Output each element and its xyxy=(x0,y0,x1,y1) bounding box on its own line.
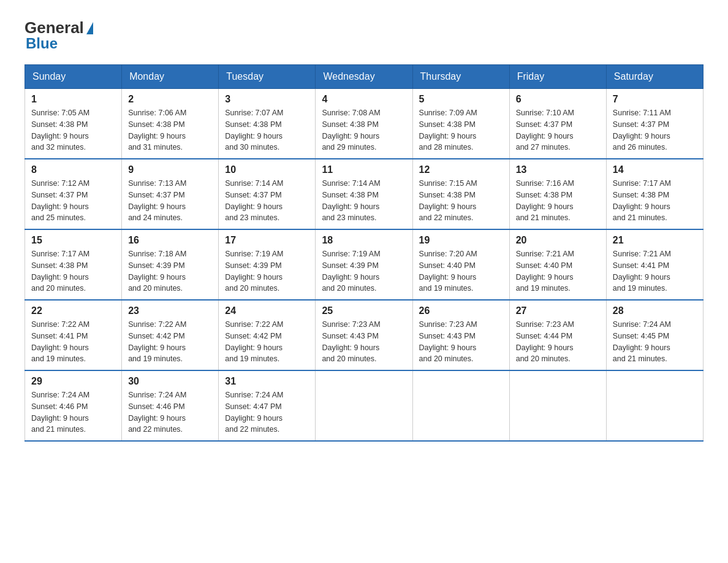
day-info: Sunrise: 7:19 AMSunset: 4:39 PMDaylight:… xyxy=(225,248,309,294)
day-info: Sunrise: 7:22 AMSunset: 4:41 PMDaylight:… xyxy=(31,319,115,365)
calendar-cell: 28Sunrise: 7:24 AMSunset: 4:45 PMDayligh… xyxy=(606,300,703,370)
calendar-cell: 21Sunrise: 7:21 AMSunset: 4:41 PMDayligh… xyxy=(606,229,703,300)
day-number: 23 xyxy=(128,305,212,316)
calendar-cell: 7Sunrise: 7:11 AMSunset: 4:37 PMDaylight… xyxy=(606,89,703,159)
calendar-cell: 1Sunrise: 7:05 AMSunset: 4:38 PMDaylight… xyxy=(25,89,122,159)
day-number: 22 xyxy=(31,305,115,316)
day-of-week-header: Tuesday xyxy=(219,65,316,89)
calendar-cell xyxy=(316,370,412,441)
day-number: 15 xyxy=(31,235,115,246)
calendar-cell: 5Sunrise: 7:09 AMSunset: 4:38 PMDaylight… xyxy=(412,89,509,159)
calendar-cell xyxy=(412,370,509,441)
page-header: General Blue xyxy=(25,18,703,52)
day-info: Sunrise: 7:13 AMSunset: 4:37 PMDaylight:… xyxy=(128,178,212,224)
day-number: 5 xyxy=(419,94,503,105)
calendar-cell: 30Sunrise: 7:24 AMSunset: 4:46 PMDayligh… xyxy=(122,370,219,441)
calendar-week-row: 15Sunrise: 7:17 AMSunset: 4:38 PMDayligh… xyxy=(25,229,703,300)
day-info: Sunrise: 7:09 AMSunset: 4:38 PMDaylight:… xyxy=(419,107,503,153)
calendar-week-row: 8Sunrise: 7:12 AMSunset: 4:37 PMDaylight… xyxy=(25,159,703,229)
day-number: 14 xyxy=(613,164,697,175)
calendar-cell: 22Sunrise: 7:22 AMSunset: 4:41 PMDayligh… xyxy=(25,300,122,370)
day-number: 1 xyxy=(31,94,115,105)
day-info: Sunrise: 7:24 AMSunset: 4:46 PMDaylight:… xyxy=(31,389,115,435)
calendar-cell: 14Sunrise: 7:17 AMSunset: 4:38 PMDayligh… xyxy=(606,159,703,229)
day-number: 17 xyxy=(225,235,309,246)
calendar-cell: 19Sunrise: 7:20 AMSunset: 4:40 PMDayligh… xyxy=(412,229,509,300)
calendar-cell: 10Sunrise: 7:14 AMSunset: 4:37 PMDayligh… xyxy=(219,159,316,229)
day-info: Sunrise: 7:23 AMSunset: 4:44 PMDaylight:… xyxy=(516,319,600,365)
day-number: 26 xyxy=(419,305,503,316)
day-info: Sunrise: 7:23 AMSunset: 4:43 PMDaylight:… xyxy=(322,319,406,365)
calendar-week-row: 1Sunrise: 7:05 AMSunset: 4:38 PMDaylight… xyxy=(25,89,703,159)
day-number: 6 xyxy=(516,94,600,105)
calendar-cell xyxy=(606,370,703,441)
day-number: 8 xyxy=(31,164,115,175)
logo: General Blue xyxy=(25,18,93,52)
calendar-cell: 13Sunrise: 7:16 AMSunset: 4:38 PMDayligh… xyxy=(509,159,606,229)
day-number: 28 xyxy=(613,305,697,316)
calendar-cell: 18Sunrise: 7:19 AMSunset: 4:39 PMDayligh… xyxy=(316,229,412,300)
day-info: Sunrise: 7:16 AMSunset: 4:38 PMDaylight:… xyxy=(516,178,600,224)
day-number: 10 xyxy=(225,164,309,175)
day-of-week-header: Sunday xyxy=(25,65,122,89)
day-info: Sunrise: 7:19 AMSunset: 4:39 PMDaylight:… xyxy=(322,248,406,294)
day-number: 12 xyxy=(419,164,503,175)
day-info: Sunrise: 7:17 AMSunset: 4:38 PMDaylight:… xyxy=(31,248,115,294)
day-info: Sunrise: 7:21 AMSunset: 4:40 PMDaylight:… xyxy=(516,248,600,294)
calendar-cell: 16Sunrise: 7:18 AMSunset: 4:39 PMDayligh… xyxy=(122,229,219,300)
day-of-week-header: Friday xyxy=(509,65,606,89)
day-info: Sunrise: 7:15 AMSunset: 4:38 PMDaylight:… xyxy=(419,178,503,224)
day-of-week-header: Monday xyxy=(122,65,219,89)
day-number: 3 xyxy=(225,94,309,105)
calendar-cell: 3Sunrise: 7:07 AMSunset: 4:38 PMDaylight… xyxy=(219,89,316,159)
calendar-cell: 26Sunrise: 7:23 AMSunset: 4:43 PMDayligh… xyxy=(412,300,509,370)
calendar-cell: 4Sunrise: 7:08 AMSunset: 4:38 PMDaylight… xyxy=(316,89,412,159)
calendar-cell: 17Sunrise: 7:19 AMSunset: 4:39 PMDayligh… xyxy=(219,229,316,300)
day-info: Sunrise: 7:20 AMSunset: 4:40 PMDaylight:… xyxy=(419,248,503,294)
calendar-cell: 29Sunrise: 7:24 AMSunset: 4:46 PMDayligh… xyxy=(25,370,122,441)
day-info: Sunrise: 7:23 AMSunset: 4:43 PMDaylight:… xyxy=(419,319,503,365)
calendar-cell: 6Sunrise: 7:10 AMSunset: 4:37 PMDaylight… xyxy=(509,89,606,159)
calendar-cell: 23Sunrise: 7:22 AMSunset: 4:42 PMDayligh… xyxy=(122,300,219,370)
day-info: Sunrise: 7:10 AMSunset: 4:37 PMDaylight:… xyxy=(516,107,600,153)
day-number: 13 xyxy=(516,164,600,175)
day-number: 24 xyxy=(225,305,309,316)
calendar-cell: 24Sunrise: 7:22 AMSunset: 4:42 PMDayligh… xyxy=(219,300,316,370)
calendar-cell: 9Sunrise: 7:13 AMSunset: 4:37 PMDaylight… xyxy=(122,159,219,229)
days-of-week-row: SundayMondayTuesdayWednesdayThursdayFrid… xyxy=(25,65,703,89)
day-info: Sunrise: 7:11 AMSunset: 4:37 PMDaylight:… xyxy=(613,107,697,153)
calendar-cell: 20Sunrise: 7:21 AMSunset: 4:40 PMDayligh… xyxy=(509,229,606,300)
calendar-body: 1Sunrise: 7:05 AMSunset: 4:38 PMDaylight… xyxy=(25,89,703,442)
day-number: 2 xyxy=(128,94,212,105)
calendar-header: SundayMondayTuesdayWednesdayThursdayFrid… xyxy=(25,65,703,89)
day-info: Sunrise: 7:07 AMSunset: 4:38 PMDaylight:… xyxy=(225,107,309,153)
logo-triangle-icon xyxy=(86,22,93,34)
day-of-week-header: Wednesday xyxy=(316,65,412,89)
day-number: 31 xyxy=(225,376,309,387)
calendar-cell: 11Sunrise: 7:14 AMSunset: 4:38 PMDayligh… xyxy=(316,159,412,229)
day-number: 25 xyxy=(322,305,406,316)
day-number: 29 xyxy=(31,376,115,387)
day-info: Sunrise: 7:18 AMSunset: 4:39 PMDaylight:… xyxy=(128,248,212,294)
day-of-week-header: Thursday xyxy=(412,65,509,89)
calendar-cell: 8Sunrise: 7:12 AMSunset: 4:37 PMDaylight… xyxy=(25,159,122,229)
calendar-cell: 12Sunrise: 7:15 AMSunset: 4:38 PMDayligh… xyxy=(412,159,509,229)
day-info: Sunrise: 7:12 AMSunset: 4:37 PMDaylight:… xyxy=(31,178,115,224)
day-info: Sunrise: 7:24 AMSunset: 4:45 PMDaylight:… xyxy=(613,319,697,365)
day-number: 7 xyxy=(613,94,697,105)
day-info: Sunrise: 7:14 AMSunset: 4:37 PMDaylight:… xyxy=(225,178,309,224)
logo-blue-text: Blue xyxy=(26,35,58,52)
day-number: 11 xyxy=(322,164,406,175)
calendar-cell: 31Sunrise: 7:24 AMSunset: 4:47 PMDayligh… xyxy=(219,370,316,441)
day-number: 16 xyxy=(128,235,212,246)
day-info: Sunrise: 7:06 AMSunset: 4:38 PMDaylight:… xyxy=(128,107,212,153)
day-info: Sunrise: 7:22 AMSunset: 4:42 PMDaylight:… xyxy=(225,319,309,365)
day-number: 9 xyxy=(128,164,212,175)
day-info: Sunrise: 7:08 AMSunset: 4:38 PMDaylight:… xyxy=(322,107,406,153)
day-info: Sunrise: 7:14 AMSunset: 4:38 PMDaylight:… xyxy=(322,178,406,224)
calendar-week-row: 29Sunrise: 7:24 AMSunset: 4:46 PMDayligh… xyxy=(25,370,703,441)
day-info: Sunrise: 7:22 AMSunset: 4:42 PMDaylight:… xyxy=(128,319,212,365)
day-of-week-header: Saturday xyxy=(606,65,703,89)
day-number: 27 xyxy=(516,305,600,316)
day-info: Sunrise: 7:05 AMSunset: 4:38 PMDaylight:… xyxy=(31,107,115,153)
